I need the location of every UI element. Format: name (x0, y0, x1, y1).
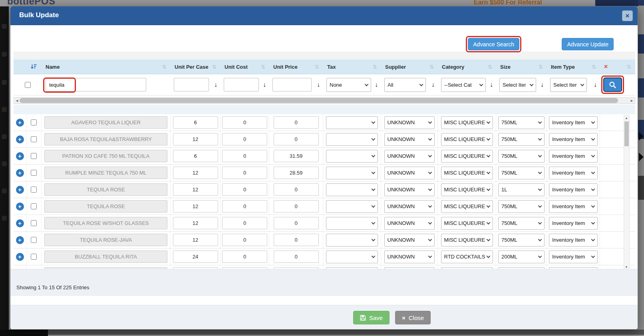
header-item-type[interactable]: Item Type ⇅ (547, 60, 600, 74)
unit-price-input[interactable] (274, 183, 319, 196)
scroll-down-icon[interactable]: ▼ (625, 265, 628, 269)
apply-down-icon[interactable]: ↓ (317, 81, 320, 88)
row-item-type-select[interactable]: Inventory Item (549, 234, 598, 247)
header-size[interactable]: Size ⇅ (496, 60, 547, 74)
unit-per-case-input[interactable] (173, 234, 218, 246)
row-supplier-select[interactable]: UNKNOWN (384, 116, 435, 129)
apply-down-icon[interactable]: ↓ (214, 81, 217, 88)
unit-cost-input[interactable] (222, 251, 267, 263)
unit-price-input[interactable] (274, 234, 319, 246)
unit-cost-input[interactable] (222, 234, 267, 246)
row-size-select[interactable]: 200ML (498, 251, 545, 263)
unit-price-input[interactable] (274, 116, 319, 129)
header-clear-column[interactable]: × ⇅ (600, 60, 635, 74)
expand-row-icon[interactable]: + (16, 135, 24, 143)
row-tax-select[interactable] (326, 167, 378, 179)
row-checkbox[interactable] (31, 136, 37, 142)
select-all-checkbox[interactable] (25, 82, 31, 88)
horizontal-scrollbar-thumb[interactable] (20, 98, 618, 103)
item-type-filter-select[interactable]: Select Iter (550, 78, 587, 92)
apply-down-icon[interactable]: ↓ (490, 81, 493, 88)
row-checkbox[interactable] (31, 170, 37, 176)
header-name[interactable]: Name ⇅ (42, 60, 171, 74)
row-size-select[interactable]: 750ML (498, 133, 545, 146)
unit-per-case-input[interactable] (173, 217, 218, 229)
advance-update-button[interactable]: Advance Update (562, 38, 614, 50)
unit-price-input[interactable] (274, 167, 319, 179)
header-tax[interactable]: Tax ⇅ (323, 60, 381, 74)
apply-down-icon[interactable]: ↓ (594, 81, 597, 88)
unit-price-input[interactable] (274, 133, 319, 145)
row-size-select[interactable]: 750ML (498, 217, 545, 230)
expand-row-icon[interactable]: + (16, 152, 24, 160)
supplier-filter-select[interactable]: All (384, 78, 426, 92)
row-size-select[interactable]: 750ML (498, 116, 545, 129)
unit-per-case-input[interactable] (173, 150, 218, 162)
row-size-select[interactable]: 1L (498, 183, 545, 196)
row-tax-select[interactable] (326, 234, 378, 247)
row-item-type-select[interactable]: Inventory Item (549, 150, 598, 163)
row-supplier-select[interactable]: UNKNOWN (384, 251, 435, 263)
row-size-select[interactable]: 750ML (498, 167, 545, 179)
row-checkbox[interactable] (31, 254, 37, 260)
row-checkbox[interactable] (31, 220, 37, 226)
row-category-select[interactable]: MISC LIQUEURE (441, 217, 493, 230)
expand-row-icon[interactable]: + (16, 119, 24, 127)
unit-cost-input[interactable] (222, 200, 267, 213)
row-size-select[interactable]: 750ML (498, 150, 545, 163)
close-button[interactable]: × Close (395, 311, 431, 324)
unit-cost-input[interactable] (222, 150, 267, 162)
vertical-scrollbar-thumb[interactable] (624, 121, 629, 146)
row-supplier-select[interactable]: UNKNOWN (384, 133, 435, 146)
row-item-type-select[interactable]: Inventory Item (549, 251, 598, 263)
referral-link[interactable]: Earn $500 For Referral (474, 0, 542, 6)
scroll-up-icon[interactable]: ▲ (625, 116, 628, 120)
scroll-left-icon[interactable]: ◄ (15, 99, 19, 103)
advance-search-button[interactable]: Advance Search (468, 38, 519, 50)
save-button[interactable]: Save (353, 311, 390, 324)
expand-row-icon[interactable]: + (16, 169, 24, 177)
row-checkbox[interactable] (31, 203, 37, 209)
row-tax-select[interactable] (326, 133, 378, 146)
apply-down-icon[interactable]: ↓ (541, 81, 544, 88)
row-size-select[interactable]: 750ML (498, 200, 545, 213)
header-unit-price[interactable]: Unit Price ⇅ (269, 60, 323, 74)
unit-cost-input[interactable] (222, 217, 267, 229)
row-category-select[interactable]: MISC LIQUEURE (441, 133, 493, 146)
row-item-type-select[interactable]: Inventory Item (549, 116, 598, 129)
row-supplier-select[interactable]: UNKNOWN (384, 167, 435, 179)
row-category-select[interactable]: MISC LIQUEURE (441, 116, 493, 129)
unit-per-case-input[interactable] (173, 167, 218, 179)
expand-row-icon[interactable]: + (16, 203, 24, 211)
scroll-right-icon[interactable]: ► (630, 99, 634, 103)
search-button[interactable] (603, 78, 622, 92)
row-supplier-select[interactable]: UNKNOWN (384, 234, 435, 247)
row-item-type-select[interactable]: Inventory Item (549, 133, 598, 146)
header-unit-cost[interactable]: Unit Cost ⇅ (221, 60, 269, 74)
row-category-select[interactable]: MISC LIQUEURE (441, 150, 493, 163)
apply-down-icon[interactable]: ↓ (263, 81, 266, 88)
unit-cost-input[interactable] (222, 167, 267, 179)
horizontal-scrollbar[interactable]: ◄ ► (14, 97, 635, 104)
row-supplier-select[interactable]: UNKNOWN (384, 183, 435, 196)
unit-cost-input[interactable] (222, 133, 267, 145)
category-filter-select[interactable]: --Select Cat (441, 78, 486, 92)
unit-price-input[interactable] (274, 251, 319, 263)
row-tax-select[interactable] (326, 200, 378, 213)
row-category-select[interactable]: RTD COCKTAILS (441, 251, 493, 263)
unit-price-input[interactable] (274, 150, 319, 162)
expand-row-icon[interactable]: + (16, 219, 24, 227)
unit-per-case-filter-input[interactable] (174, 78, 209, 91)
row-tax-select[interactable] (326, 217, 378, 230)
row-item-type-select[interactable]: Inventory Item (549, 167, 598, 179)
row-category-select[interactable]: MISC LIQUEURE (441, 183, 493, 196)
row-supplier-select[interactable]: UNKNOWN (384, 200, 435, 213)
row-checkbox[interactable] (31, 187, 37, 193)
apply-down-icon[interactable]: ↓ (431, 81, 435, 88)
vertical-scrollbar[interactable]: ▲ ▼ (624, 115, 630, 270)
unit-per-case-input[interactable] (173, 133, 218, 145)
row-checkbox[interactable] (31, 237, 37, 243)
row-supplier-select[interactable]: UNKNOWN (384, 217, 435, 230)
tax-filter-select[interactable]: None (326, 78, 371, 92)
row-tax-select[interactable] (326, 183, 378, 196)
